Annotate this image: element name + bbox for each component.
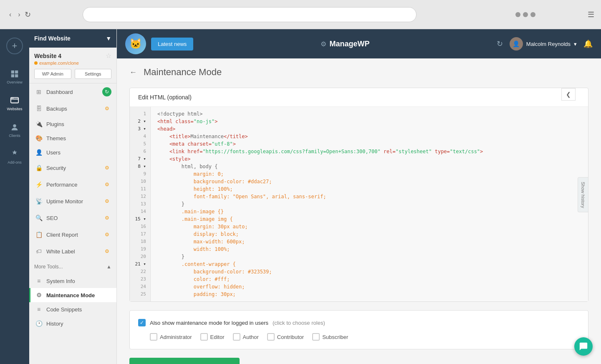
- chat-bubble-button[interactable]: [574, 337, 593, 356]
- code-line-7: <style>: [157, 155, 581, 163]
- role-author[interactable]: Author: [233, 333, 259, 341]
- role-contributor[interactable]: Contributor: [267, 333, 304, 341]
- line-num-24: 24: [130, 283, 150, 291]
- editor-checkbox[interactable]: [200, 333, 208, 341]
- app-container: + Overview Websites Clients Add-ons Find: [0, 29, 601, 364]
- sidebar-nav-uptime[interactable]: 📡 Uptime Monitor ⚙: [29, 193, 116, 210]
- sidebar-nav-system-info[interactable]: ≡ System Info: [29, 274, 116, 288]
- show-history-tab[interactable]: Show history: [578, 177, 588, 212]
- line-num-10: 10: [130, 178, 150, 185]
- sidebar-nav-seo[interactable]: 🔍 SEO ⚙: [29, 210, 116, 226]
- icon-label-addons: Add-ons: [8, 160, 22, 164]
- line-num-15: 15 ▾: [130, 215, 150, 223]
- subscriber-checkbox[interactable]: [312, 333, 320, 341]
- browser-back-button[interactable]: ‹: [7, 9, 14, 20]
- sidebar-dropdown-button[interactable]: ▼: [106, 35, 111, 42]
- sidebar-nav-dashboard[interactable]: ⊞ Dashboard ↻: [29, 83, 116, 100]
- nav-label-code-snippets: Code Snippets: [46, 306, 82, 313]
- history-icon: 🕐: [35, 320, 42, 327]
- website-status-dot: [34, 61, 38, 65]
- line-num-12: 12: [130, 193, 150, 200]
- role-editor[interactable]: Editor: [200, 333, 225, 341]
- performance-badge: ⚙: [102, 180, 111, 189]
- browser-url-bar[interactable]: [83, 7, 417, 22]
- sidebar-nav-backups[interactable]: 🗄 Backups ⚙: [29, 100, 116, 117]
- role-subscriber[interactable]: Subscriber: [312, 333, 348, 341]
- topbar-refresh-button[interactable]: ↻: [497, 39, 503, 48]
- sidebar-item-addons[interactable]: Add-ons: [2, 144, 27, 169]
- website-info: Website 4 ☆ example.com/clone WP Admin S…: [29, 48, 116, 83]
- code-line-13: }: [157, 200, 581, 208]
- maintenance-logged-in-checkbox[interactable]: ✓: [138, 319, 146, 326]
- browser-forward-button[interactable]: ›: [15, 9, 23, 20]
- notifications-button[interactable]: 🔔: [583, 39, 593, 48]
- settings-button[interactable]: Settings: [75, 69, 112, 79]
- roles-row: Administrator Editor Author Contributor: [138, 333, 580, 341]
- browser-menu-button[interactable]: ☰: [588, 10, 594, 19]
- code-line-16: margin: 30px auto;: [157, 223, 581, 230]
- sidebar-item-overview[interactable]: Overview: [2, 64, 27, 89]
- svg-rect-5: [11, 99, 18, 99]
- sidebar-nav-client-report[interactable]: 📋 Client Report ⚙: [29, 226, 116, 243]
- user-menu-button[interactable]: 👤 Malcolm Reynolds ▾: [510, 37, 577, 51]
- code-line-8: html, body {: [157, 163, 581, 170]
- nav-label-security: Security: [46, 165, 66, 171]
- dashboard-icon: ⊞: [35, 88, 42, 95]
- code-editor[interactable]: 1 2 ▾ 3 ▾ 4 5 6 7 ▾ 8 ▾ 9 10 11 12: [130, 107, 588, 301]
- role-label-contributor: Contributor: [277, 334, 304, 340]
- line-num-1: 1: [130, 110, 150, 118]
- main-checkbox-row: ✓ Also show maintenance mode for logged …: [138, 319, 580, 326]
- code-snippets-icon: ≡: [35, 306, 42, 313]
- more-tools-header[interactable]: More Tools... ▲: [29, 260, 116, 274]
- sidebar-nav-performance[interactable]: ⚡ Performance ⚙: [29, 176, 116, 193]
- sidebar-nav-white-label[interactable]: 🏷 White Label ⚙: [29, 243, 116, 260]
- code-lines-container: 1 2 ▾ 3 ▾ 4 5 6 7 ▾ 8 ▾ 9 10 11 12: [130, 107, 588, 301]
- collapse-code-button[interactable]: ❮: [561, 88, 576, 101]
- sidebar-nav-code-snippets[interactable]: ≡ Code Snippets: [29, 302, 116, 316]
- code-line-22: background-color: #323539;: [157, 268, 581, 276]
- browser-nav-buttons: ‹ › ↻: [7, 9, 31, 20]
- sidebar-nav-plugins[interactable]: 🔌 Plugins: [29, 117, 116, 131]
- contributor-checkbox[interactable]: [267, 333, 275, 341]
- sidebar-nav-users[interactable]: 👤 Users: [29, 145, 116, 159]
- sidebar-header: Find Website ▼: [29, 29, 116, 48]
- sidebar-item-websites[interactable]: Websites: [2, 91, 27, 116]
- wp-admin-button[interactable]: WP Admin: [34, 69, 71, 79]
- sidebar-nav-themes[interactable]: 🎨 Themes: [29, 131, 116, 145]
- system-info-icon: ≡: [35, 278, 42, 284]
- code-line-12: font-family: "Open Sans", arial, sans-se…: [157, 193, 581, 200]
- browser-refresh-button[interactable]: ↻: [25, 10, 31, 19]
- sidebar-nav-history[interactable]: 🕐 History: [29, 316, 116, 331]
- website-name-row: Website 4 ☆: [34, 52, 111, 60]
- code-line-4: <title>Maintenance</title>: [157, 133, 581, 140]
- back-button[interactable]: ←: [129, 68, 137, 77]
- themes-icon: 🎨: [35, 135, 42, 142]
- website-name-text: Website 4: [34, 53, 61, 59]
- icon-label-clients: Clients: [9, 134, 20, 138]
- role-label-author: Author: [243, 334, 259, 340]
- page-title: Maintenance Mode: [144, 67, 222, 78]
- role-administrator[interactable]: Administrator: [150, 333, 192, 341]
- sidebar-nav-maintenance-mode[interactable]: ⚙ Maintenance Mode: [29, 288, 116, 302]
- checkbox-label-text: Also show maintenance mode for logged in…: [150, 320, 268, 326]
- add-site-button[interactable]: +: [6, 38, 23, 54]
- line-numbers: 1 2 ▾ 3 ▾ 4 5 6 7 ▾ 8 ▾ 9 10 11 12: [130, 107, 151, 301]
- star-button[interactable]: ☆: [106, 52, 111, 60]
- latest-news-button[interactable]: Latest news: [151, 38, 193, 51]
- window-dot-2: [523, 12, 528, 17]
- line-num-2: 2 ▾: [130, 118, 150, 125]
- activate-maintenance-mode-button[interactable]: Activate maintenance mode →: [129, 358, 240, 364]
- code-line-17: display: block;: [157, 230, 581, 238]
- author-checkbox[interactable]: [233, 333, 240, 341]
- administrator-checkbox[interactable]: [150, 333, 157, 341]
- user-avatar: 👤: [510, 37, 523, 51]
- code-line-5: <meta charset="utf-8">: [157, 140, 581, 148]
- line-num-20: 20: [130, 253, 150, 260]
- sidebar-item-clients[interactable]: Clients: [2, 118, 27, 143]
- svg-point-6: [12, 98, 13, 99]
- window-dot-1: [515, 12, 520, 17]
- code-line-20: }: [157, 253, 581, 260]
- checkbox-subtext[interactable]: (click to choose roles): [273, 320, 325, 326]
- nav-label-history: History: [46, 321, 63, 327]
- sidebar-nav-security[interactable]: 🔒 Security ⚙: [29, 159, 116, 176]
